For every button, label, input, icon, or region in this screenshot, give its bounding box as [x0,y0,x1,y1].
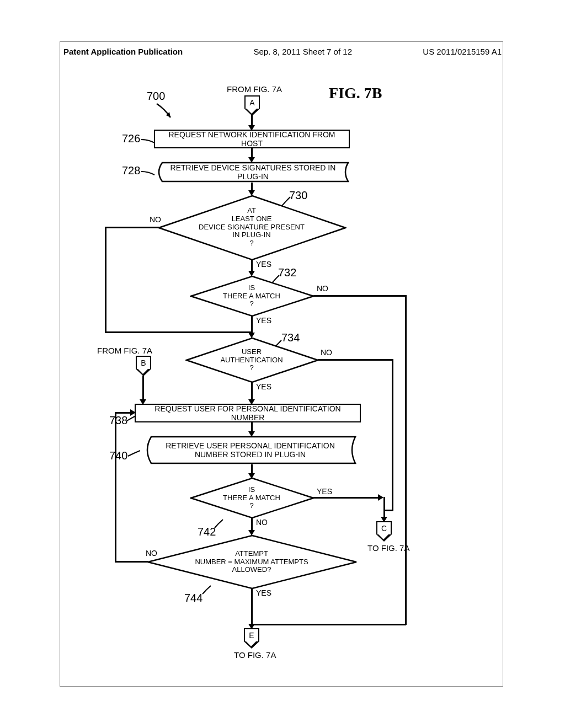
d734-text: USER AUTHENTICATION ? [205,341,299,379]
line [313,295,406,297]
d732-text: IS THERE A MATCH ? [207,280,296,313]
no-label: NO [317,284,328,293]
leader-icon [213,518,225,530]
line [392,359,393,511]
line [252,624,406,625]
line [318,359,393,361]
flowchart: FIG. 7B 700 FROM FIG. 7A A 726 REQUEST N… [97,74,505,709]
ref-726: 726 [122,132,140,145]
line [383,510,393,511]
pub-number: US 2011/0215159 A1 [423,47,502,56]
line [251,115,253,126]
connector-e-label: E [249,631,254,640]
line [142,376,144,400]
no-label: NO [150,215,161,224]
from-7a-b: FROM FIG. 7A [97,346,152,355]
ref-728: 728 [122,164,140,177]
connector-b: B [136,356,151,369]
line [105,331,252,333]
line [251,382,253,400]
arrow-icon [378,494,383,501]
pub-type: Patent Application Publication [63,47,183,56]
d742-text: IS THERE A MATCH ? [207,481,296,515]
connector-c-label: C [381,524,387,533]
line [251,260,253,272]
line [105,227,106,333]
connector-a: A [244,95,260,109]
line [251,518,253,531]
connector-c: C [376,521,392,534]
ref-744: 744 [184,592,202,604]
no-label: NO [256,518,268,527]
leader-icon [201,584,213,596]
line [115,561,148,563]
box-740-text: RETRIEVE USER PERSONAL IDENTIFICATION NU… [150,437,351,463]
line [313,497,379,499]
line [405,295,407,625]
no-label: NO [321,348,332,357]
page-header: Patent Application Publication Sep. 8, 2… [0,47,565,56]
yes-label: YES [256,260,271,269]
ref-738: 738 [109,414,127,427]
line [115,412,116,562]
connector-e: E [244,628,259,641]
yes-label: YES [256,382,271,391]
box-726: REQUEST NETWORK IDENTIFICATION FROM HOST [154,130,350,148]
yes-label: YES [256,588,271,597]
ref-740: 740 [109,449,127,462]
line [251,588,253,625]
ref-700-arrow [154,101,176,123]
d730-text: AT LEAST ONE DEVICE SIGNATURE PRESENT IN… [183,202,321,252]
box-738-text: REQUEST USER FOR PERSONAL IDENTIFICATION… [138,404,358,422]
figure-title: FIG. 7B [329,84,382,102]
connector-a-label: A [249,98,254,107]
box-738: REQUEST USER FOR PERSONAL IDENTIFICATION… [135,404,361,422]
no-label: NO [146,549,157,558]
to-7a-e: TO FIG. 7A [234,650,276,660]
yes-label: YES [317,487,332,496]
connector-b-label: B [141,358,146,367]
line [115,412,131,414]
from-7a-top: FROM FIG. 7A [227,84,282,94]
arrow-icon [130,409,136,416]
d744-text: ATTEMPT NUMBER = MAXIMUM ATTEMPTS ALLOWE… [174,541,329,583]
box-726-text: REQUEST NETWORK IDENTIFICATION FROM HOST [157,130,347,148]
box-728-text: RETRIEVE DEVICE SIGNATURES STORED IN PLU… [158,163,348,181]
line [251,316,253,326]
to-7a-c: TO FIG. 7A [367,543,409,553]
yes-label: YES [256,316,271,325]
line [383,497,385,518]
sheet-info: Sep. 8, 2011 Sheet 7 of 12 [254,47,352,56]
line [105,227,159,228]
